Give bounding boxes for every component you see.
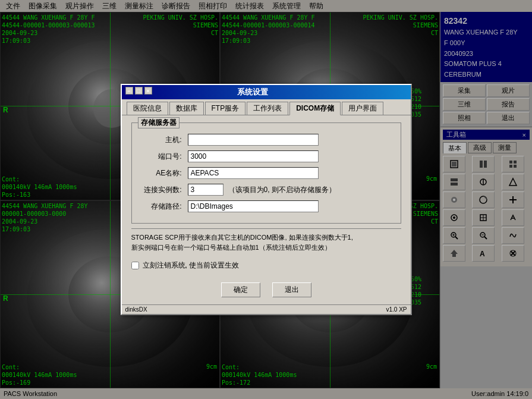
input-ae[interactable] [188, 167, 319, 179]
input-conn[interactable] [188, 184, 223, 196]
input-path[interactable] [188, 200, 319, 212]
dialog-minimize-btn[interactable]: − [125, 87, 133, 95]
checkbox-row: 立刻注销系统, 使当前设置生效 [131, 260, 401, 271]
footer-left: dinksDX [125, 306, 147, 313]
dtab-worklist[interactable]: 工作列表 [247, 102, 288, 115]
cancel-button[interactable]: 退出 [272, 282, 311, 297]
label-conn: 连接实例数: [140, 185, 182, 195]
logout-checkbox[interactable] [131, 262, 139, 269]
dialog-tabs: 医院信息 数据库 FTP服务 工作列表 DICOM存储 用户界面 [122, 99, 411, 115]
form-row-host: 主机: [140, 134, 392, 146]
dtab-dicom[interactable]: DICOM存储 [289, 102, 341, 115]
form-row-path: 存储路径: [140, 200, 392, 212]
checkbox-label: 立刻注销系统, 使当前设置生效 [143, 260, 240, 271]
dialog-body: 存储服务器 主机: 端口号: AE名称: 连接实 [122, 115, 411, 278]
dialog-titlebar: − □ × 系统设置 [122, 85, 411, 99]
dialog-footer-bar: dinksDX v1.0 XP [122, 304, 411, 314]
dialog-maximize-btn[interactable]: □ [135, 87, 143, 95]
input-host[interactable] [188, 134, 319, 146]
modal-overlay: − □ × 系统设置 医院信息 数据库 FTP服务 工作列表 DICOM存储 用… [0, 0, 532, 399]
desc-text: STORAGE SCP用于接收来自其它主机的DICOM图像, 如果连接实例数大于… [131, 228, 401, 256]
form-row-conn: 连接实例数: （该项目为0, 则不启动存储服务） [140, 184, 392, 196]
dtab-database[interactable]: 数据库 [169, 102, 204, 115]
dialog-title: 系统设置 [237, 87, 268, 98]
dtab-ftp[interactable]: FTP服务 [205, 102, 246, 115]
section-box: 存储服务器 主机: 端口号: AE名称: 连接实 [131, 122, 401, 224]
system-settings-dialog: − □ × 系统设置 医院信息 数据库 FTP服务 工作列表 DICOM存储 用… [121, 84, 412, 315]
dialog-close-btn[interactable]: × [144, 87, 152, 95]
form-row-port: 端口号: [140, 150, 392, 162]
section-title: 存储服务器 [138, 117, 180, 128]
label-port: 端口号: [140, 152, 182, 162]
dialog-window-controls: − □ × [125, 87, 152, 95]
dtab-hospital[interactable]: 医院信息 [127, 102, 168, 115]
label-host: 主机: [140, 135, 182, 145]
input-port[interactable] [188, 150, 319, 162]
dtab-ui[interactable]: 用户界面 [342, 102, 383, 115]
dialog-footer: 确定 退出 [122, 278, 411, 304]
form-row-ae: AE名称: [140, 167, 392, 179]
footer-right: v1.0 XP [386, 306, 407, 313]
conn-extra: （该项目为0, 则不启动存储服务） [228, 185, 336, 195]
label-ae: AE名称: [140, 168, 182, 178]
ok-button[interactable]: 确定 [221, 282, 260, 297]
label-path: 存储路径: [140, 202, 182, 212]
